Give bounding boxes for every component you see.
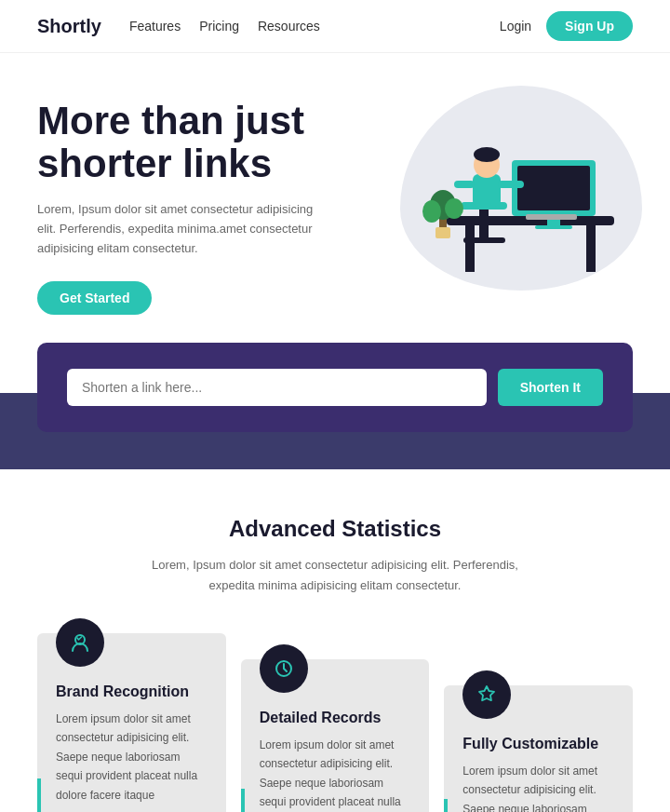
svg-rect-1 (465, 225, 475, 272)
svg-point-13 (474, 147, 500, 162)
feature-title-custom: Fully Customizable (462, 736, 614, 752)
svg-rect-9 (479, 210, 489, 237)
nav-features[interactable]: Features (129, 19, 181, 34)
records-icon (272, 656, 296, 681)
feature-title-records: Detailed Records (260, 710, 411, 726)
svg-rect-10 (463, 237, 505, 243)
hero-section: More than just shorter links Lorem, Ipsu… (0, 53, 670, 343)
svg-rect-6 (535, 225, 572, 229)
svg-rect-14 (498, 181, 524, 188)
svg-point-19 (445, 198, 463, 219)
svg-point-18 (422, 200, 441, 223)
custom-icon (475, 683, 499, 707)
illustration-svg (391, 104, 633, 291)
nav-links: Features Pricing Resources (129, 19, 500, 34)
feature-desc-custom: Lorem ipsum dolor sit amet consectetur a… (462, 762, 614, 812)
hero-cta-button[interactable]: Get Started (37, 281, 152, 315)
feature-title-brand: Brand Recognition (56, 683, 208, 700)
feature-card-brand: Brand Recognition Lorem ipsum dolor sit … (37, 633, 226, 812)
hero-content: More than just shorter links Lorem, Ipsu… (37, 100, 354, 315)
features-grid: Brand Recognition Lorem ipsum dolor sit … (37, 633, 633, 812)
feature-desc-records: Lorem ipsum dolor sit amet consectetur a… (260, 736, 411, 812)
stats-title: Advanced Statistics (37, 516, 633, 542)
signup-button[interactable]: Sign Up (546, 11, 633, 41)
stats-section: Advanced Statistics Lorem, Ipsum dolor s… (0, 469, 670, 812)
records-icon-wrap (260, 644, 308, 693)
stats-description: Lorem, Ipsum dolor sit amet consectetur … (140, 555, 530, 596)
navbar: Shortly Features Pricing Resources Login… (0, 0, 670, 53)
brand-icon-wrap (56, 618, 104, 667)
shorten-section: Shorten It (0, 343, 670, 469)
logo: Shortly (37, 16, 101, 37)
hero-description: Lorem, Ipsum dolor sit amet consectetur … (37, 200, 335, 258)
shorten-input[interactable] (67, 369, 487, 406)
shorten-button[interactable]: Shorten It (498, 369, 603, 406)
navbar-actions: Login Sign Up (500, 11, 633, 41)
svg-rect-2 (586, 225, 596, 272)
svg-rect-20 (436, 227, 450, 238)
svg-rect-4 (517, 166, 590, 210)
feature-card-records: Detailed Records Lorem ipsum dolor sit a… (241, 659, 430, 812)
feature-card-custom: Fully Customizable Lorem ipsum dolor sit… (444, 685, 633, 812)
feature-desc-brand: Lorem ipsum dolor sit amet consectetur a… (56, 710, 208, 805)
custom-icon-wrap (462, 670, 511, 719)
nav-pricing[interactable]: Pricing (199, 19, 239, 34)
svg-rect-7 (526, 214, 577, 220)
hero-title: More than just shorter links (37, 100, 354, 185)
brand-icon (68, 630, 92, 655)
nav-resources[interactable]: Resources (258, 19, 320, 34)
hero-illustration (391, 104, 633, 291)
login-button[interactable]: Login (500, 19, 531, 34)
svg-rect-11 (473, 174, 501, 207)
svg-rect-15 (454, 181, 475, 188)
hero-illustration-container (354, 104, 633, 309)
shorten-bar: Shorten It (37, 343, 633, 432)
